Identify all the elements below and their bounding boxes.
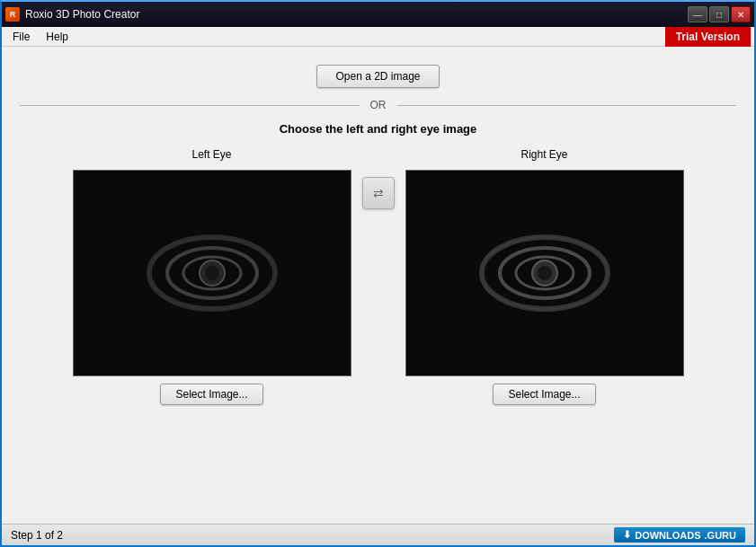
eyes-container: Left Eye	[20, 148, 736, 405]
open-2d-button[interactable]: Open a 2D image	[316, 65, 439, 88]
app-icon: R	[5, 7, 20, 22]
main-window: R Roxio 3D Photo Creator — □ ✕ File Help…	[0, 0, 756, 547]
guru-text: .GURU	[705, 530, 736, 541]
right-eye-label: Right Eye	[520, 148, 567, 161]
swap-area: ⇄	[351, 148, 405, 209]
trial-badge: Trial Version	[665, 27, 751, 47]
svg-point-4	[205, 266, 219, 280]
select-image-left-button[interactable]: Select Image...	[160, 384, 262, 405]
title-bar-left: R Roxio 3D Photo Creator	[5, 7, 139, 22]
window-controls: — □ ✕	[688, 6, 751, 22]
close-button[interactable]: ✕	[731, 6, 751, 22]
minimize-button[interactable]: —	[688, 6, 707, 22]
or-line-left	[20, 105, 360, 106]
left-eye-preview	[73, 170, 351, 376]
menu-items: File Help	[5, 29, 665, 45]
main-content: Open a 2D image OR Choose the left and r…	[2, 47, 754, 524]
left-eye-image	[140, 219, 284, 327]
swap-icon: ⇄	[373, 186, 384, 200]
left-eye-panel: Left Eye	[73, 148, 351, 405]
step-status: Step 1 of 2	[11, 529, 63, 542]
right-eye-preview	[405, 170, 684, 376]
maximize-button[interactable]: □	[709, 6, 729, 22]
downloads-text: DOWNLOADS	[635, 530, 700, 541]
right-eye-panel: Right Eye	[405, 148, 684, 405]
right-eye-image	[473, 219, 617, 327]
left-eye-label: Left Eye	[191, 148, 231, 161]
choose-label: Choose the left and right eye image	[280, 122, 477, 136]
menu-bar: File Help Trial Version	[2, 27, 754, 47]
swap-button[interactable]: ⇄	[362, 177, 395, 209]
window-title: Roxio 3D Photo Creator	[25, 8, 139, 21]
or-text: OR	[360, 99, 397, 111]
or-divider: OR	[20, 99, 736, 111]
menu-help[interactable]: Help	[39, 29, 76, 45]
downloads-badge: ⬇ DOWNLOADS .GURU	[614, 527, 745, 543]
svg-point-10	[538, 266, 552, 280]
or-line-right	[397, 105, 737, 106]
downloads-icon: ⬇	[623, 529, 631, 541]
title-bar: R Roxio 3D Photo Creator — □ ✕	[2, 2, 754, 27]
select-image-right-button[interactable]: Select Image...	[493, 384, 595, 405]
menu-file[interactable]: File	[5, 29, 37, 45]
status-bar: Step 1 of 2 ⬇ DOWNLOADS .GURU	[2, 524, 754, 545]
